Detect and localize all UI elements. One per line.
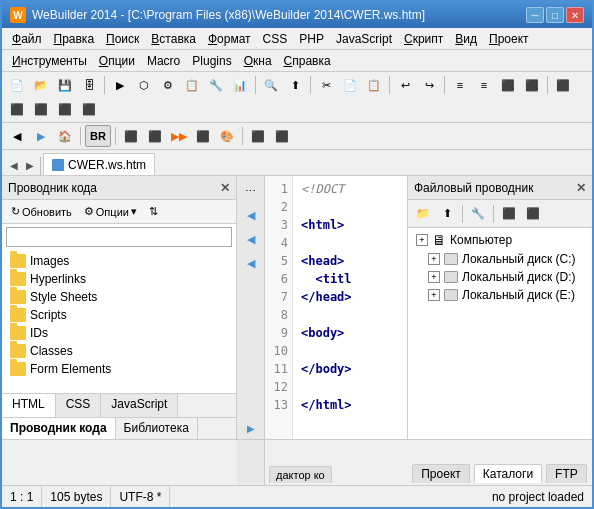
menu-script[interactable]: Скрипт bbox=[398, 30, 449, 48]
run-button[interactable]: ▶ bbox=[109, 74, 131, 96]
toolbar-btn-10[interactable]: ⬛ bbox=[552, 74, 574, 96]
paste-button[interactable]: 📋 bbox=[363, 74, 385, 96]
menu-css[interactable]: CSS bbox=[257, 30, 294, 48]
save-all-button[interactable]: 🗄 bbox=[78, 74, 100, 96]
toolbar-btn-17[interactable]: ▶▶ bbox=[168, 125, 190, 147]
copy-button[interactable]: 📄 bbox=[339, 74, 361, 96]
cut-button[interactable]: ✂ bbox=[315, 74, 337, 96]
back-button[interactable]: ◀ bbox=[6, 125, 28, 147]
options-button[interactable]: ⚙ Опции ▾ bbox=[79, 203, 142, 220]
toolbar-btn-15[interactable]: ⬛ bbox=[120, 125, 142, 147]
toolbar-btn-12[interactable]: ⬛ bbox=[30, 98, 52, 120]
maximize-button[interactable]: □ bbox=[546, 7, 564, 23]
toolbar-btn-20[interactable]: ⬛ bbox=[271, 125, 293, 147]
toolbar-btn-5[interactable]: 🔧 bbox=[205, 74, 227, 96]
nav-library[interactable]: Библиотека bbox=[116, 418, 198, 439]
menu-macro[interactable]: Macro bbox=[141, 52, 186, 70]
gutter-btn-4[interactable]: ◀ bbox=[240, 252, 262, 274]
toolbar-btn-4[interactable]: 📋 bbox=[181, 74, 203, 96]
toolbar-btn-18[interactable]: ⬛ bbox=[192, 125, 214, 147]
zoom-button[interactable]: 🔍 bbox=[260, 74, 282, 96]
undo-button[interactable]: ↩ bbox=[394, 74, 416, 96]
close-button[interactable]: ✕ bbox=[566, 7, 584, 23]
menu-file[interactable]: Файл bbox=[6, 30, 48, 48]
tree-item-form-elements[interactable]: Form Elements bbox=[2, 360, 236, 378]
bottom-tab-project[interactable]: Проект bbox=[412, 464, 470, 483]
fe-btn-1[interactable]: 📁 bbox=[412, 203, 434, 225]
gutter-btn-1[interactable]: ⋯ bbox=[240, 180, 262, 202]
redo-button[interactable]: ↪ bbox=[418, 74, 440, 96]
code-text-area[interactable]: <!DOCT <html> <head> <titl </head> <body… bbox=[293, 176, 407, 439]
bottom-tab-katalogi[interactable]: Каталоги bbox=[474, 464, 542, 483]
menu-search[interactable]: Поиск bbox=[100, 30, 145, 48]
menu-project[interactable]: Проект bbox=[483, 30, 535, 48]
toolbar-btn-7[interactable]: ⬆ bbox=[284, 74, 306, 96]
forward-button[interactable]: ▶ bbox=[30, 125, 52, 147]
menu-javascript[interactable]: JavaScript bbox=[330, 30, 398, 48]
save-button[interactable]: 💾 bbox=[54, 74, 76, 96]
menu-tools[interactable]: Инструменты bbox=[6, 52, 93, 70]
toolbar-btn-13[interactable]: ⬛ bbox=[54, 98, 76, 120]
menu-help[interactable]: Справка bbox=[278, 52, 337, 70]
refresh-button[interactable]: ↻ Обновить bbox=[6, 203, 77, 220]
tree-item-scripts[interactable]: Scripts bbox=[2, 306, 236, 324]
menu-plugins[interactable]: Plugins bbox=[186, 52, 237, 70]
tab-css[interactable]: CSS bbox=[56, 394, 102, 417]
new-button[interactable]: 📄 bbox=[6, 74, 28, 96]
expand-drive-d[interactable]: + bbox=[428, 271, 440, 283]
file-tab-cwer[interactable]: CWER.ws.htm bbox=[43, 153, 155, 175]
fe-btn-4[interactable]: ⬛ bbox=[498, 203, 520, 225]
fe-btn-5[interactable]: ⬛ bbox=[522, 203, 544, 225]
gutter-expand-btn[interactable]: ▶ bbox=[240, 417, 262, 439]
tree-item-hyperlinks[interactable]: Hyperlinks bbox=[2, 270, 236, 288]
tree-item-ids[interactable]: IDs bbox=[2, 324, 236, 342]
tab-html[interactable]: HTML bbox=[2, 394, 56, 418]
file-tree-drive-e[interactable]: + Локальный диск (E:) bbox=[408, 286, 592, 304]
file-tree-drive-c[interactable]: + Локальный диск (C:) bbox=[408, 250, 592, 268]
menu-format[interactable]: Формат bbox=[202, 30, 257, 48]
toolbar-btn-14[interactable]: ⬛ bbox=[78, 98, 100, 120]
gutter-btn-2[interactable]: ◀ bbox=[240, 204, 262, 226]
file-explorer-close[interactable]: ✕ bbox=[576, 181, 586, 195]
toolbar-btn-16[interactable]: ⬛ bbox=[144, 125, 166, 147]
expand-drive-e[interactable]: + bbox=[428, 289, 440, 301]
toolbar-btn-6[interactable]: 📊 bbox=[229, 74, 251, 96]
menu-options[interactable]: Опции bbox=[93, 52, 141, 70]
toolbar-btn-9[interactable]: ⬛ bbox=[521, 74, 543, 96]
menu-view[interactable]: Вид bbox=[449, 30, 483, 48]
color-picker-button[interactable]: 🎨 bbox=[216, 125, 238, 147]
tree-item-stylesheets[interactable]: Style Sheets bbox=[2, 288, 236, 306]
bottom-editor-tab[interactable]: дактор ко bbox=[269, 466, 332, 483]
debug-button[interactable]: ⬡ bbox=[133, 74, 155, 96]
expand-computer[interactable]: + bbox=[416, 234, 428, 246]
code-explorer-close[interactable]: ✕ bbox=[220, 181, 230, 195]
menu-php[interactable]: PHP bbox=[293, 30, 330, 48]
minimize-button[interactable]: ─ bbox=[526, 7, 544, 23]
br-button[interactable]: BR bbox=[85, 125, 111, 147]
toolbar-btn-19[interactable]: ⬛ bbox=[247, 125, 269, 147]
bottom-tab-ftp[interactable]: FTP bbox=[546, 464, 587, 483]
home-button[interactable]: 🏠 bbox=[54, 125, 76, 147]
tab-javascript[interactable]: JavaScript bbox=[101, 394, 178, 417]
build-button[interactable]: ⚙ bbox=[157, 74, 179, 96]
code-explorer-search-input[interactable] bbox=[7, 231, 231, 243]
tree-item-images[interactable]: Images bbox=[2, 252, 236, 270]
nav-code-explorer[interactable]: Проводник кода bbox=[2, 418, 116, 439]
open-button[interactable]: 📂 bbox=[30, 74, 52, 96]
file-tree-drive-d[interactable]: + Локальный диск (D:) bbox=[408, 268, 592, 286]
fe-btn-2[interactable]: ⬆ bbox=[436, 203, 458, 225]
expand-drive-c[interactable]: + bbox=[428, 253, 440, 265]
align-center-button[interactable]: ≡ bbox=[473, 74, 495, 96]
toolbar-btn-8[interactable]: ⬛ bbox=[497, 74, 519, 96]
menu-insert[interactable]: Вставка bbox=[145, 30, 202, 48]
gutter-btn-3[interactable]: ◀ bbox=[240, 228, 262, 250]
fe-btn-3[interactable]: 🔧 bbox=[467, 203, 489, 225]
menu-windows[interactable]: Окна bbox=[238, 52, 278, 70]
tab-nav-left[interactable]: ◀ bbox=[6, 155, 22, 175]
menu-edit[interactable]: Правка bbox=[48, 30, 101, 48]
sort-button[interactable]: ⇅ bbox=[144, 203, 163, 220]
tab-nav-right[interactable]: ▶ bbox=[22, 155, 38, 175]
tree-item-classes[interactable]: Classes bbox=[2, 342, 236, 360]
align-left-button[interactable]: ≡ bbox=[449, 74, 471, 96]
file-tree-computer[interactable]: + 🖥 Компьютер bbox=[408, 230, 592, 250]
